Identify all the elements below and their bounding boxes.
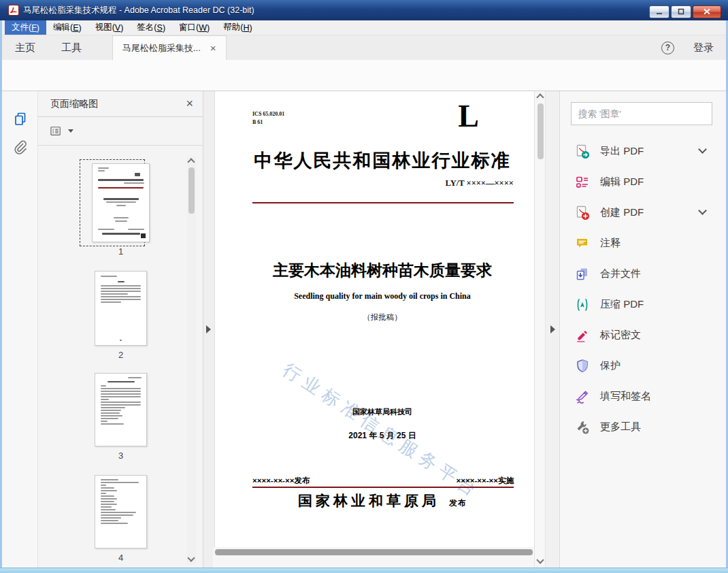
header-rule	[252, 202, 514, 203]
left-panel-splitter[interactable]	[203, 91, 215, 568]
close-button[interactable]	[693, 5, 721, 18]
tool-more-tools[interactable]: 更多工具	[575, 412, 715, 442]
document-title-en: Seedling quality for main woody oil crop…	[242, 291, 523, 301]
tool-label: 合并文件	[600, 267, 641, 280]
horizontal-scrollbar[interactable]	[213, 547, 535, 557]
ics-code: ICS 65.020.01 B 61	[252, 110, 284, 127]
scrollbar-thumb[interactable]	[537, 103, 544, 159]
panel-title: 页面缩略图	[50, 98, 98, 110]
help-icon[interactable]: ?	[661, 42, 674, 54]
export-pdf-icon	[575, 144, 590, 159]
tool-edit-pdf[interactable]: 编辑 PDF	[575, 167, 715, 197]
tool-label: 标记密文	[600, 329, 641, 342]
tool-compress-pdf[interactable]: 压缩 PDF	[575, 289, 715, 320]
thumbnails-panel: 页面缩略图 ×	[38, 91, 203, 568]
thumbnail-page-number: 2	[38, 350, 203, 360]
standard-caption: 中华人民共和国林业行业标准	[242, 148, 523, 173]
tab-close-icon[interactable]: ×	[210, 43, 216, 53]
scrollbar-thumb[interactable]	[215, 549, 533, 555]
compress-pdf-icon	[575, 297, 590, 312]
tabbar-right: ? 登录	[661, 35, 714, 60]
chevron-down-icon[interactable]	[698, 145, 707, 154]
edit-pdf-icon	[575, 175, 590, 190]
main-area: 页面缩略图 ×	[2, 91, 726, 568]
tool-fill-sign[interactable]: 填写和签名	[575, 381, 715, 412]
document-tab-label: 马尾松松脂采集技...	[122, 42, 201, 54]
tool-export-pdf[interactable]: 导出 PDF	[575, 136, 715, 167]
shield-icon	[575, 359, 590, 374]
thumbnail-page-3[interactable]: 3	[38, 373, 203, 446]
panel-close-icon[interactable]: ×	[186, 97, 193, 111]
left-panel-collapse-handle[interactable]	[206, 325, 211, 333]
thumbnail-page-2[interactable]: 2	[38, 271, 203, 346]
tab-document[interactable]: 马尾松松脂采集技... ×	[112, 35, 227, 60]
document-title: 主要木本油料树种苗木质量要求	[242, 260, 523, 281]
issuer-line: 国家林业和草原局发布	[242, 491, 523, 510]
chevron-down-icon[interactable]	[698, 206, 707, 215]
tool-label: 压缩 PDF	[600, 298, 644, 311]
pdf-app-icon	[8, 5, 19, 16]
scrollbar-thumb[interactable]	[188, 167, 195, 214]
thumbnails-scrollbar[interactable]	[187, 157, 196, 565]
tool-combine-files[interactable]: 合并文件	[575, 259, 715, 289]
attachments-rail-button[interactable]	[12, 139, 29, 157]
login-button[interactable]: 登录	[693, 42, 714, 54]
redact-icon	[575, 328, 590, 343]
tool-label: 创建 PDF	[600, 206, 644, 219]
menu-file[interactable]: 文件(F)	[5, 20, 46, 35]
paperclip-icon	[12, 140, 29, 156]
menu-window[interactable]: 窗口(W)	[172, 20, 216, 35]
thumbnails-panel-header: 页面缩略图 ×	[38, 91, 203, 117]
tool-protect[interactable]: 保护	[575, 350, 715, 381]
page-thumbnails-icon	[12, 111, 29, 127]
tools-search-input[interactable]	[571, 102, 712, 125]
tool-label: 填写和签名	[600, 390, 651, 403]
thumbnail-page-1[interactable]: 1	[38, 163, 203, 242]
tool-create-pdf[interactable]: 创建 PDF	[575, 197, 715, 228]
maximize-button[interactable]	[671, 5, 691, 18]
menu-edit[interactable]: 编辑(E)	[46, 20, 88, 35]
right-panel-splitter[interactable]	[545, 91, 559, 568]
options-list-icon	[49, 125, 63, 138]
thumbnail-page-preview	[95, 373, 147, 446]
footer-rule	[252, 487, 514, 488]
thumbnail-page-preview	[92, 163, 150, 242]
page-thumbnails-rail-button[interactable]	[12, 110, 29, 128]
tools-panel: 导出 PDF 编辑 PDF 创建 PDF 注释	[559, 91, 726, 568]
thumbnail-page-preview	[95, 475, 147, 549]
minimize-button[interactable]	[649, 5, 669, 18]
scroll-down-icon[interactable]	[536, 556, 544, 563]
issue-dates-row: ××××-××-××发布 ××××-××-××实施	[252, 476, 514, 486]
menu-view[interactable]: 视图(V)	[88, 20, 131, 35]
standard-number: LY/T ××××—××××	[446, 178, 514, 189]
scroll-up-icon[interactable]	[187, 158, 195, 165]
thumbnail-page-number: 1	[38, 246, 203, 257]
draft-note: （报批稿）	[242, 312, 523, 323]
combine-files-icon	[575, 267, 590, 282]
tool-label: 注释	[600, 237, 621, 250]
vertical-scrollbar[interactable]	[534, 91, 545, 568]
implementation-date: ××××-××-××实施	[457, 476, 514, 486]
right-panel-collapse-handle[interactable]	[550, 325, 555, 333]
tab-home[interactable]: 主页	[2, 35, 48, 60]
tool-comment[interactable]: 注释	[575, 228, 715, 259]
toolbar: / 12 52.3%	[2, 60, 726, 91]
scroll-up-icon[interactable]	[536, 93, 544, 101]
tab-tools[interactable]: 工具	[48, 35, 95, 60]
left-rail	[2, 91, 38, 568]
document-page: ICS 65.020.01 B 61 L 中华人民共和国林业行业标准 LY/T …	[215, 91, 536, 547]
tool-redact[interactable]: 标记密文	[575, 320, 715, 350]
thumbnail-options-button[interactable]	[38, 117, 203, 146]
create-pdf-icon	[575, 206, 590, 220]
window-title: 马尾松松脂采集技术规程 - Adobe Acrobat Reader DC (3…	[23, 5, 254, 16]
window-border-bottom	[0, 568, 728, 573]
scroll-down-icon[interactable]	[187, 554, 195, 561]
department-line: 国家林草局科技司	[242, 407, 523, 417]
menu-help[interactable]: 帮助(H)	[216, 20, 259, 35]
thumbnail-page-number: 3	[38, 451, 203, 461]
issuer-name: 国家林业和草原局	[298, 493, 440, 509]
standard-logo: L	[458, 98, 479, 134]
thumbnail-page-4[interactable]: 4	[38, 475, 203, 549]
tab-bar: 主页 工具 马尾松松脂采集技... × ? 登录	[2, 35, 726, 60]
menu-sign[interactable]: 签名(S)	[130, 20, 172, 35]
